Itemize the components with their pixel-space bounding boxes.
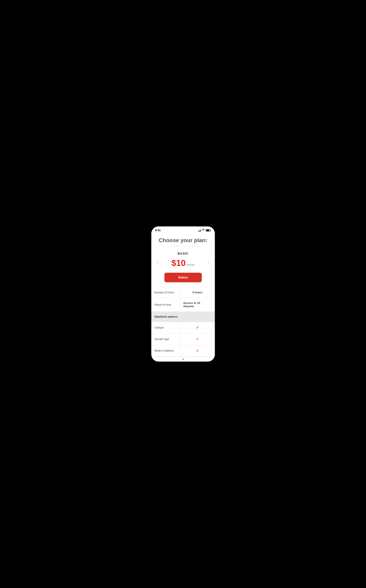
- prev-plan-button[interactable]: ‹: [155, 259, 161, 267]
- table-row: Callsign✓: [151, 322, 215, 333]
- phone-frame: 9:41 Choose your plan: BA: [151, 226, 215, 362]
- table-row: Number of Users4 Users: [151, 287, 215, 298]
- overflow-check-icon: ✓: [182, 357, 184, 362]
- feature-value: ✓: [180, 345, 215, 356]
- status-icons: [198, 229, 211, 232]
- feature-value: ✓: [180, 333, 215, 345]
- feature-label: Mode S Address: [151, 345, 180, 356]
- table-row: Airport AccessAccess to 10 Airports: [151, 298, 215, 312]
- status-bar: 9:41: [151, 226, 215, 234]
- feature-value: ✓: [180, 322, 215, 333]
- feature-label: Aircraft Type: [151, 333, 180, 345]
- price-display: $10/month: [161, 258, 205, 268]
- check-icon: ✓: [196, 325, 199, 330]
- features-table: Number of Users4 UsersAirport AccessAcce…: [151, 287, 215, 357]
- wifi-icon: [202, 229, 205, 232]
- overflow-hint: ✓: [151, 357, 215, 362]
- plan-name: BASIC: [155, 252, 212, 255]
- signal-icon: [198, 229, 201, 232]
- feature-label: Airport Access: [151, 298, 180, 312]
- feature-value: Access to 10 Airports: [180, 298, 215, 312]
- table-row: Mode S Address✓: [151, 345, 215, 357]
- page-content: Choose your plan: BASIC ‹ $10/month › Se…: [151, 234, 215, 362]
- plan-card: BASIC ‹ $10/month › Select: [151, 250, 215, 287]
- check-icon: ✓: [196, 349, 199, 353]
- select-button[interactable]: Select: [164, 273, 202, 282]
- section-header-label: Datablock options:: [151, 312, 215, 322]
- price-period: /month: [185, 263, 194, 266]
- plan-price-row: ‹ $10/month ›: [155, 258, 212, 268]
- feature-value: 4 Users: [180, 287, 215, 298]
- next-plan-button[interactable]: ›: [205, 259, 211, 267]
- check-icon: ✓: [196, 337, 199, 341]
- price-amount: $10: [172, 258, 186, 268]
- page-title: Choose your plan:: [151, 237, 215, 244]
- feature-label: Number of Users: [151, 287, 180, 298]
- battery-icon: [206, 229, 211, 232]
- table-row: Aircraft Type✓: [151, 333, 215, 345]
- status-time: 9:41: [155, 229, 161, 232]
- feature-label: Callsign: [151, 322, 180, 333]
- feature-section-header: Datablock options:: [151, 312, 215, 322]
